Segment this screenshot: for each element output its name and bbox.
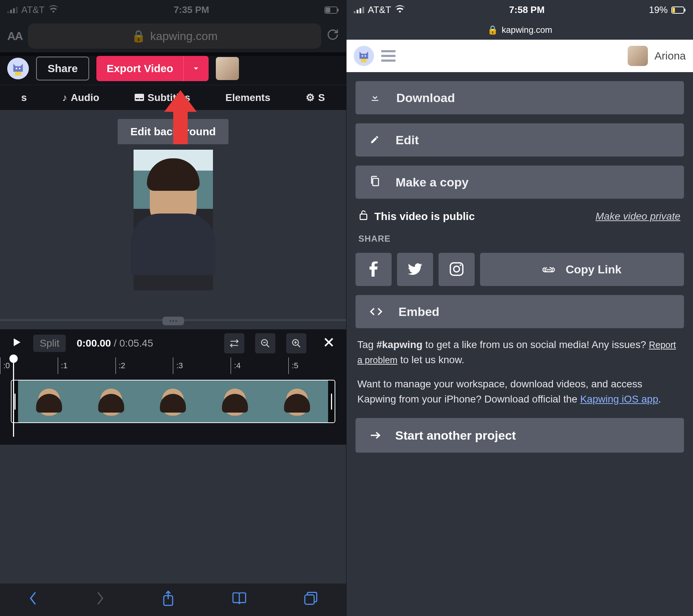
reload-icon[interactable] (327, 28, 339, 44)
menu-icon[interactable] (381, 50, 396, 62)
play-button[interactable] (11, 336, 22, 351)
svg-rect-8 (140, 98, 143, 99)
cc-icon (135, 92, 144, 104)
tabs-icon[interactable] (304, 591, 318, 609)
carrier-label: AT&T (368, 4, 391, 16)
url-field[interactable]: 🔒 kapwing.com (28, 23, 321, 49)
svg-rect-28 (360, 214, 367, 220)
video-clip[interactable] (11, 380, 335, 423)
share-facebook-button[interactable] (356, 253, 392, 286)
share-instagram-button[interactable] (439, 253, 475, 286)
url-domain: kapwing.com (502, 25, 552, 35)
lock-icon: 🔒 (487, 25, 498, 35)
nav-forward-icon (95, 591, 105, 609)
ios-app-link[interactable]: Kapwing iOS app (580, 393, 658, 405)
kapwing-logo[interactable] (354, 46, 374, 66)
editor-toolbar: s ♪Audio Subtitles Elements ⚙S (0, 85, 346, 110)
timeline-ruler[interactable]: :0 :1 :2 :3 :4 :5 (0, 357, 346, 374)
make-copy-label: Make a copy (396, 175, 468, 189)
svg-rect-3 (15, 72, 21, 76)
svg-rect-2 (337, 9, 339, 12)
current-time: 0:00.00 (77, 338, 111, 349)
copy-icon (370, 175, 379, 189)
edit-label: Edit (396, 133, 419, 147)
embed-button[interactable]: Embed (356, 295, 684, 328)
svg-rect-1 (326, 8, 330, 13)
svg-rect-20 (305, 595, 314, 604)
download-button[interactable]: Download (356, 81, 684, 114)
ruler-tick: :5 (288, 357, 346, 374)
timeline-track[interactable] (0, 374, 346, 445)
edit-background-button[interactable]: Edit background (118, 119, 228, 144)
svg-point-30 (454, 266, 459, 272)
pencil-icon (370, 133, 379, 147)
download-label: Download (396, 91, 455, 105)
bookmarks-icon[interactable] (232, 591, 247, 608)
safari-mini-url[interactable]: 🔒 kapwing.com (346, 20, 693, 40)
tool-item-subtitles[interactable]: Subtitles (135, 92, 190, 104)
tool-item-audio[interactable]: ♪Audio (62, 92, 99, 104)
share-button[interactable]: Share (36, 57, 89, 80)
zoom-out-button[interactable] (255, 333, 275, 353)
kapwing-logo[interactable] (7, 58, 29, 79)
carrier-label: AT&T (21, 4, 45, 16)
share-sheet-icon[interactable] (161, 590, 175, 610)
user-avatar[interactable] (216, 57, 239, 80)
timeline-controls: Split 0:00.00 / 0:05.45 (0, 329, 346, 357)
export-group: Export Video (96, 56, 208, 81)
tool-item-elements[interactable]: Elements (225, 92, 270, 104)
user-name: Ariona (654, 50, 686, 62)
svg-rect-22 (672, 8, 675, 13)
share-section-label: SHARE (356, 234, 684, 244)
start-another-label: Start another project (395, 428, 516, 443)
make-private-link[interactable]: Make video private (596, 211, 680, 222)
start-another-project-button[interactable]: Start another project (356, 418, 684, 453)
svg-rect-6 (135, 94, 144, 101)
clip-frame (266, 380, 328, 422)
unlock-icon (359, 210, 368, 223)
zoom-in-button[interactable] (286, 333, 306, 353)
svg-point-5 (19, 68, 20, 69)
clip-frame (204, 380, 266, 422)
close-timeline-button[interactable] (322, 336, 335, 351)
embed-label: Embed (398, 305, 439, 319)
tool-item-prev[interactable]: s (21, 92, 27, 104)
ruler-tick: :2 (116, 357, 173, 374)
playhead[interactable] (13, 357, 14, 437)
signal-icon (354, 7, 364, 13)
clip-handle-left[interactable] (12, 380, 18, 422)
nav-back-icon[interactable] (28, 591, 38, 609)
swap-button[interactable] (224, 333, 244, 353)
copy-link-button[interactable]: Copy Link (480, 253, 684, 286)
signal-icon (7, 7, 18, 13)
svg-rect-27 (373, 178, 379, 185)
edit-button[interactable]: Edit (356, 123, 684, 157)
panel-resize-handle[interactable] (0, 316, 346, 329)
visibility-row: This video is public Make video private (356, 208, 684, 225)
clip-frame (18, 380, 80, 422)
public-text: This video is public (374, 210, 475, 223)
ruler-tick: :1 (58, 357, 116, 374)
text-size-icon[interactable]: AA (7, 30, 22, 43)
svg-point-4 (16, 68, 17, 69)
music-note-icon: ♪ (62, 92, 67, 104)
clock: 7:35 PM (174, 4, 209, 16)
canvas-area[interactable] (0, 150, 346, 290)
svg-rect-24 (361, 59, 367, 62)
export-video-button[interactable]: Export Video (96, 56, 183, 81)
ruler-tick: :0 (0, 357, 58, 374)
url-domain: kapwing.com (150, 30, 218, 43)
clip-handle-right[interactable] (328, 380, 335, 422)
safari-tabbar (0, 584, 346, 616)
lock-icon: 🔒 (131, 29, 146, 43)
share-twitter-button[interactable] (397, 253, 433, 286)
make-copy-button[interactable]: Make a copy (356, 166, 684, 199)
user-chip[interactable]: Ariona (628, 46, 686, 66)
split-button[interactable]: Split (33, 335, 66, 352)
video-preview[interactable] (134, 150, 213, 290)
page-header: Ariona (346, 40, 693, 72)
tool-item-settings[interactable]: ⚙S (306, 92, 325, 104)
battery-icon (324, 6, 339, 14)
export-dropdown-button[interactable] (183, 56, 209, 81)
user-avatar (628, 46, 648, 66)
